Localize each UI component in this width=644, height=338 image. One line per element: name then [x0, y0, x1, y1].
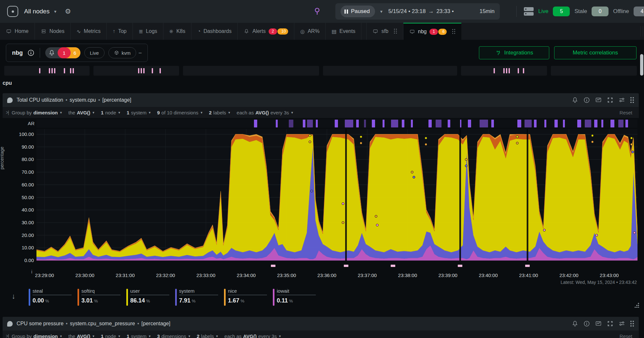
anomaly-segment	[544, 120, 546, 127]
dropdown-1[interactable]: 1node▾	[101, 333, 120, 338]
dropdown-1[interactable]: 1system▾	[127, 333, 150, 338]
tab-top[interactable]: ↑Top	[107, 23, 133, 40]
sparkline-box-3[interactable]	[183, 66, 319, 76]
reset-button[interactable]: Reset	[620, 110, 632, 115]
legend-sort-arrow-icon[interactable]: ↓	[12, 292, 15, 301]
dropdown-2[interactable]: 2labels▾	[209, 110, 230, 115]
page-scrollbar[interactable]	[640, 41, 643, 338]
dropdown-avg[interactable]: theAVG()▾	[68, 110, 94, 115]
tab-label: AR%	[308, 28, 319, 34]
y-tick-label: 40.00	[11, 207, 34, 213]
tab-nbg[interactable]: nbg16	[403, 23, 462, 40]
chevron-down-icon[interactable]: ▾	[54, 9, 56, 14]
integrations-button[interactable]: Integrations	[479, 46, 549, 59]
offline-label[interactable]: Offline	[613, 8, 629, 15]
top-bar: All nodes ▾ ⚙ ⚲ Paused ▾ 5/15/24 • 23:18…	[0, 0, 644, 23]
tab-k8s[interactable]: ⎈K8s	[163, 23, 191, 40]
chart-settings-icon[interactable]	[619, 320, 625, 327]
tab-sfb[interactable]: sfb	[367, 23, 403, 40]
reset-button[interactable]: Reset	[620, 333, 632, 338]
anomaly-segment	[289, 120, 293, 127]
drag-grip-icon[interactable]	[452, 29, 455, 34]
dropdown-3[interactable]: 3dimensions▾	[157, 333, 190, 338]
info-icon[interactable]	[583, 320, 590, 327]
collapse-controls-icon[interactable]: >|	[6, 110, 8, 115]
tab-nodes[interactable]: Nodes	[35, 23, 71, 40]
y-tick-label: 80.00	[11, 156, 34, 162]
fullscreen-icon[interactable]	[607, 320, 613, 327]
time-picker[interactable]: Paused ▾ 5/15/24 • 23:18→23:33 • 15min	[335, 3, 500, 20]
dropdown-9[interactable]: 9of 10 dimensions▾	[157, 110, 202, 115]
metrics-icon: ∿	[77, 28, 81, 35]
tab-dashboards[interactable]: ◔Dashboards	[191, 23, 238, 40]
tab-alerts[interactable]: Alerts210	[238, 23, 294, 40]
drag-grip-icon[interactable]	[630, 321, 634, 327]
sparkline-box-4[interactable]	[323, 66, 457, 76]
chevron-down-icon: ▾	[189, 334, 190, 338]
alerts-bell-icon[interactable]	[572, 97, 578, 103]
legend-item-softirq[interactable]: softirq3.01%	[77, 288, 126, 304]
chart-type-icon[interactable]	[595, 320, 602, 327]
tab-home[interactable]: Home	[0, 23, 35, 40]
pause-button[interactable]: Paused	[341, 6, 375, 17]
chart-settings-icon[interactable]	[619, 97, 625, 103]
live-label[interactable]: Live	[538, 8, 548, 15]
sparkline-box-1[interactable]	[4, 66, 90, 76]
gear-icon[interactable]: ⚙	[65, 7, 71, 15]
bulb-icon[interactable]: ⚲	[313, 7, 322, 16]
x-tick-label: 23:31:00	[116, 272, 134, 278]
anomaly-segment	[335, 120, 338, 127]
dropdown-1[interactable]: 1system▾	[127, 110, 150, 115]
axis-info-marker[interactable]: i	[31, 269, 32, 274]
sparkline-box-2[interactable]	[93, 66, 179, 76]
stale-count-badge[interactable]: 0	[592, 7, 609, 16]
collapse-controls-icon[interactable]: >|	[6, 333, 8, 338]
time-range[interactable]: 5/15/24 • 23:18→23:33 •	[388, 8, 454, 15]
sparkline-tick	[143, 68, 145, 73]
info-icon[interactable]	[583, 97, 590, 103]
stale-label[interactable]: Stale	[574, 8, 587, 15]
info-icon[interactable]	[27, 49, 35, 56]
tab-metrics[interactable]: ∿Metrics	[71, 23, 107, 40]
chart-resize-handle[interactable]	[634, 302, 639, 308]
drag-grip-icon[interactable]	[630, 97, 634, 103]
legend-item-user[interactable]: user86.14%	[126, 288, 175, 304]
anomaly-ribbon[interactable]	[36, 119, 637, 128]
drag-grip-icon[interactable]	[394, 29, 397, 34]
node-alerts-pill[interactable]: 1 6	[45, 47, 80, 58]
dropdown-dimension[interactable]: Group bydimension▾	[12, 110, 62, 115]
node-status-pill[interactable]: Live	[84, 47, 105, 58]
plug-icon	[495, 50, 501, 56]
offline-count-badge[interactable]: 4	[634, 7, 644, 16]
anomaly-segment	[436, 120, 441, 127]
alerts-bell-icon[interactable]	[572, 320, 578, 327]
chart1-plot-area[interactable]	[36, 129, 637, 261]
dropdown-avg[interactable]: each asAVG()every 3s▾	[224, 333, 281, 338]
sparkline-tick	[518, 68, 519, 73]
legend-item-nice[interactable]: nice1.67%	[224, 288, 273, 304]
sparkline-tick	[49, 68, 50, 73]
tab-ar[interactable]: ◎AR%	[294, 23, 326, 40]
dropdown-avg[interactable]: theAVG()▾	[68, 333, 94, 338]
tab-logs[interactable]: ≣Logs	[133, 23, 163, 40]
legend-item-steal[interactable]: steal0.00%	[29, 288, 77, 304]
legend-value: 0.00	[33, 297, 44, 304]
dropdown-2[interactable]: 2labels▾	[197, 333, 218, 338]
dropdown-dimension[interactable]: Group bydimension▾	[12, 333, 62, 338]
space-logo-icon[interactable]	[7, 6, 18, 17]
dashboards-icon: ◔	[197, 28, 201, 34]
anomaly-segment	[468, 120, 471, 127]
metric-correlations-button[interactable]: Metric correlations	[554, 46, 637, 59]
sparkline-box-6[interactable]	[551, 66, 637, 76]
scrollbar-thumb[interactable]	[640, 54, 643, 76]
legend-item-iowait[interactable]: iowait0.11%	[273, 288, 322, 304]
dropdown-avg[interactable]: each asAVG()every 3s▾	[237, 110, 293, 115]
fullscreen-icon[interactable]	[607, 97, 613, 103]
chart-type-icon[interactable]	[595, 97, 602, 103]
tab-events[interactable]: ▤Events	[326, 23, 361, 40]
node-tech-pill[interactable]: kvm	[108, 47, 136, 58]
dropdown-1[interactable]: 1node▾	[101, 110, 120, 115]
live-count-badge[interactable]: 5	[553, 7, 570, 16]
legend-item-system[interactable]: system7.91%	[175, 288, 224, 304]
chevron-down-icon[interactable]: ▾	[380, 9, 383, 14]
